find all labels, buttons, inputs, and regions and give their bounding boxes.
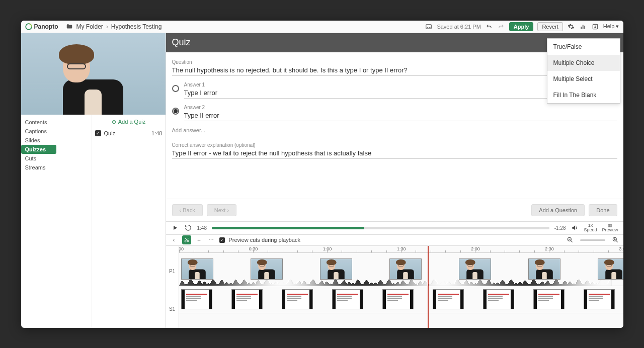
speed-control[interactable]: 1xSpeed xyxy=(584,223,597,232)
timeline-toolbar: ‹ ＋ ⋯ ✓ Preview cuts during playback xyxy=(166,234,623,245)
svg-rect-4 xyxy=(581,27,582,29)
answer-2-input[interactable] xyxy=(184,110,617,121)
explanation-label: Correct answer explanation (optional) xyxy=(172,142,617,148)
dropdown-option-multiplechoice[interactable]: Multiple Choice xyxy=(547,55,620,71)
stats-icon[interactable] xyxy=(579,23,587,31)
saved-status: Saved at 6:21 PM xyxy=(437,24,480,30)
quiz-item-time: 1:48 xyxy=(151,130,162,136)
tab-contents[interactable]: Contents xyxy=(21,118,56,127)
redo-icon[interactable] xyxy=(497,23,505,31)
question-type-dropdown: True/False Multiple Choice Multiple Sele… xyxy=(547,38,620,104)
progress-bar[interactable] xyxy=(212,227,549,229)
export-icon[interactable] xyxy=(591,23,599,31)
svg-rect-2 xyxy=(427,27,428,28)
tab-captions[interactable]: Captions xyxy=(21,127,56,136)
zoom-out-icon[interactable] xyxy=(566,236,574,244)
folder-icon xyxy=(65,23,73,31)
play-icon[interactable] xyxy=(171,224,179,232)
playhead[interactable] xyxy=(428,246,429,328)
zoom-slider[interactable] xyxy=(580,239,605,241)
tab-quizzes[interactable]: Quizzes xyxy=(21,145,56,154)
tab-streams[interactable]: Streams xyxy=(21,163,56,172)
svg-rect-5 xyxy=(583,25,584,29)
undo-icon[interactable] xyxy=(485,23,493,31)
timeline: P1 S1 0:000:301:001:302:002:303:00 xyxy=(166,245,623,328)
quiz-list-item[interactable]: ✓ Quiz 1:48 xyxy=(95,130,163,136)
captions-icon[interactable] xyxy=(425,23,433,31)
main-panel: Quiz Question Answer 1 Answer 2 xyxy=(166,33,623,328)
zoom-in-icon[interactable] xyxy=(611,236,619,244)
breadcrumb-title[interactable]: Hypothesis Testing xyxy=(111,23,162,30)
dropdown-option-truefalse[interactable]: True/False xyxy=(547,39,620,55)
quiz-item-label: Quiz xyxy=(104,130,116,136)
collapse-icon[interactable]: ‹ xyxy=(170,236,178,244)
explanation-input[interactable] xyxy=(172,148,617,159)
topbar: Panopto My Folder › Hypothesis Testing S… xyxy=(21,21,623,33)
replay-icon[interactable] xyxy=(184,224,192,232)
add-answer-button[interactable]: Add answer... xyxy=(172,127,617,133)
gear-icon[interactable] xyxy=(567,23,575,31)
answer-1-radio[interactable] xyxy=(172,85,179,92)
playback-bar: 1:48 -1:28 1xSpeed ▦Preview xyxy=(166,221,623,234)
add-icon[interactable]: ＋ xyxy=(195,236,203,244)
preview-cuts-check[interactable]: ✓ xyxy=(219,237,225,243)
cut-icon[interactable] xyxy=(182,235,191,244)
apply-button[interactable]: Apply xyxy=(509,22,534,31)
preview-control[interactable]: ▦Preview xyxy=(602,223,618,232)
panopto-icon xyxy=(25,23,32,30)
chevron-right-icon: › xyxy=(106,23,108,30)
slides-track[interactable] xyxy=(179,286,623,313)
plus-icon: ⊕ xyxy=(112,119,116,125)
help-menu[interactable]: Help ▾ xyxy=(603,23,619,30)
brand-logo[interactable]: Panopto xyxy=(25,23,58,30)
answer-2-label: Answer 2 xyxy=(184,105,617,110)
back-button[interactable]: ‹ Back xyxy=(172,204,203,216)
remaining-time: -1:28 xyxy=(554,225,566,231)
preview-cuts-label: Preview cuts during playback xyxy=(229,237,300,243)
dropdown-option-fillblank[interactable]: Fill In The Blank xyxy=(547,87,620,103)
tab-slides[interactable]: Slides xyxy=(21,136,56,145)
svg-rect-6 xyxy=(584,26,585,29)
svg-rect-3 xyxy=(429,27,431,28)
video-preview[interactable] xyxy=(21,33,166,115)
timeline-ruler[interactable]: 0:000:301:001:302:002:303:00 xyxy=(179,246,623,253)
done-button[interactable]: Done xyxy=(589,204,617,216)
current-time: 1:48 xyxy=(197,225,207,231)
tab-cuts[interactable]: Cuts xyxy=(21,154,56,163)
s-track-label: S1 xyxy=(166,290,179,328)
add-question-button[interactable]: Add a Question xyxy=(531,204,585,216)
volume-icon[interactable] xyxy=(571,224,579,232)
breadcrumb: My Folder › Hypothesis Testing xyxy=(65,23,162,31)
quiz-footer: ‹ Back Next › Add a Question Done xyxy=(166,199,623,221)
dropdown-option-multipleselect[interactable]: Multiple Select xyxy=(547,71,620,87)
breadcrumb-folder[interactable]: My Folder xyxy=(76,23,103,30)
add-quiz-button[interactable]: ⊕ Add a Quiz xyxy=(95,118,163,126)
sidebar-tabs: Contents Captions Slides Quizzes Cuts St… xyxy=(21,115,56,328)
app-window: Panopto My Folder › Hypothesis Testing S… xyxy=(21,21,623,328)
svg-rect-1 xyxy=(426,24,432,28)
more-icon[interactable]: ⋯ xyxy=(207,236,215,244)
p-track-label: P1 xyxy=(166,253,179,291)
primary-track[interactable] xyxy=(179,253,623,286)
left-panel: Contents Captions Slides Quizzes Cuts St… xyxy=(21,33,166,328)
answer-2-radio[interactable] xyxy=(172,108,179,115)
next-button[interactable]: Next › xyxy=(207,204,236,216)
brand-text: Panopto xyxy=(34,23,58,30)
check-icon: ✓ xyxy=(95,130,101,136)
revert-button[interactable]: Revert xyxy=(537,22,562,31)
